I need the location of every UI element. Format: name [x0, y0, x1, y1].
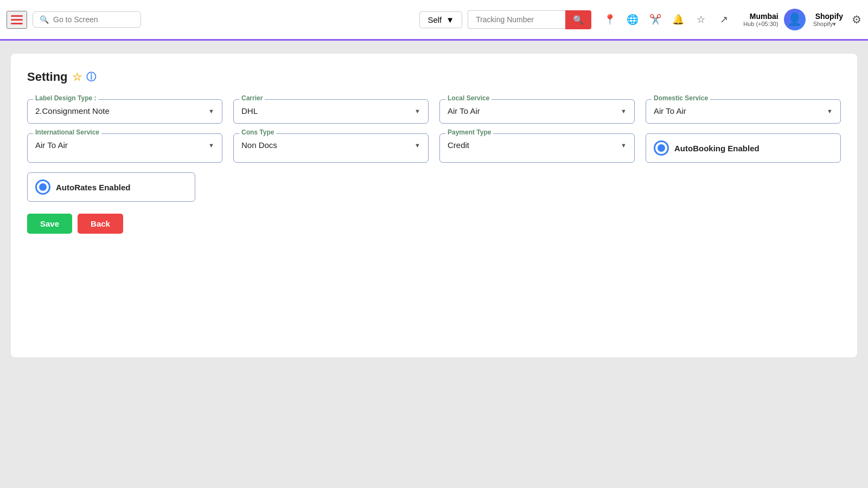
user-sub[interactable]: Shopify▾: [813, 21, 843, 28]
page-title-text: Setting: [27, 70, 68, 84]
main-content: Setting ☆ ⓘ Label Design Type : 2.Consig…: [0, 41, 868, 370]
user-name: Shopify: [815, 12, 843, 21]
autorates-label: AutoRates Enabled: [56, 183, 131, 192]
search-box: 🔍: [33, 11, 141, 28]
settings-card: Setting ☆ ⓘ Label Design Type : 2.Consig…: [11, 54, 857, 357]
local-service-field: Local Service Air To Air Surface Express: [439, 99, 635, 124]
settings-icon[interactable]: ⚙: [852, 13, 861, 26]
globe-icon[interactable]: 🌐: [623, 10, 642, 29]
bell-icon[interactable]: 🔔: [668, 10, 688, 29]
search-input[interactable]: [53, 15, 129, 24]
star-header-icon[interactable]: ☆: [691, 10, 711, 29]
hamburger-menu[interactable]: [7, 11, 27, 29]
scissors-icon[interactable]: ✂️: [646, 10, 665, 29]
label-design-type-label: Label Design Type :: [33, 94, 98, 102]
international-service-field: International Service Air To Air Surface…: [27, 133, 222, 163]
header-icons: 📍 🌐 ✂️ 🔔 ☆ ↗: [600, 10, 733, 29]
user-timezone: Hub (+05:30): [743, 21, 778, 27]
form-row-1: Label Design Type : 2.Consignment Note 1…: [27, 99, 841, 124]
payment-type-field: Payment Type Credit Cash Prepaid: [439, 133, 635, 163]
tracking-input[interactable]: [468, 10, 565, 29]
main-header: 🔍 Self ▼ 🔍 📍 🌐 ✂️ 🔔 ☆ ↗ Mumbai Hub (+05:…: [0, 0, 868, 41]
cons-type-label: Cons Type: [239, 129, 276, 136]
avatar[interactable]: 👤: [784, 9, 806, 30]
domestic-service-field: Domestic Service Air To Air Surface Expr…: [646, 99, 841, 124]
self-label: Self: [427, 15, 442, 24]
carrier-select[interactable]: DHL FedEx UPS BlueDart: [241, 104, 420, 118]
local-service-select[interactable]: Air To Air Surface Express: [448, 104, 627, 118]
autobooking-toggle[interactable]: [654, 140, 669, 156]
domestic-service-select[interactable]: Air To Air Surface Express: [654, 104, 833, 118]
save-button[interactable]: Save: [27, 214, 72, 234]
form-row-3: AutoRates Enabled: [27, 172, 841, 202]
page-title-area: Setting ☆ ⓘ: [27, 70, 841, 84]
label-design-type-field: Label Design Type : 2.Consignment Note 1…: [27, 99, 222, 124]
cons-type-field: Cons Type Non Docs Docs: [233, 133, 429, 163]
search-icon: 🔍: [40, 15, 49, 24]
favorite-star-icon[interactable]: ☆: [72, 70, 82, 84]
user-city: Mumbai: [750, 12, 778, 21]
international-service-select[interactable]: Air To Air Surface Express: [35, 138, 214, 152]
tracking-area: 🔍: [468, 10, 591, 29]
payment-type-select[interactable]: Credit Cash Prepaid: [448, 138, 627, 152]
info-icon[interactable]: ⓘ: [86, 70, 96, 84]
carrier-label: Carrier: [239, 94, 265, 102]
autobooking-field: AutoBooking Enabled: [646, 133, 841, 163]
autobooking-label: AutoBooking Enabled: [674, 144, 760, 153]
local-service-label: Local Service: [445, 94, 492, 102]
autorates-field: AutoRates Enabled: [27, 172, 195, 202]
form-row-2: International Service Air To Air Surface…: [27, 133, 841, 163]
user-info: Mumbai Hub (+05:30): [743, 12, 778, 27]
cons-type-select[interactable]: Non Docs Docs: [241, 138, 420, 152]
autorates-toggle[interactable]: [35, 179, 50, 195]
label-design-type-select[interactable]: 2.Consignment Note 1.Label 3.Waybill: [35, 104, 214, 118]
external-link-icon[interactable]: ↗: [714, 10, 733, 29]
tracking-search-button[interactable]: 🔍: [565, 10, 591, 29]
carrier-field: Carrier DHL FedEx UPS BlueDart: [233, 99, 429, 124]
chevron-down-icon: ▼: [446, 15, 454, 24]
location-icon[interactable]: 📍: [600, 10, 620, 29]
self-dropdown[interactable]: Self ▼: [419, 11, 462, 28]
button-row: Save Back: [27, 214, 841, 234]
payment-type-label: Payment Type: [445, 129, 493, 136]
international-service-label: International Service: [33, 129, 101, 136]
domestic-service-label: Domestic Service: [652, 94, 710, 102]
back-button[interactable]: Back: [78, 214, 123, 234]
